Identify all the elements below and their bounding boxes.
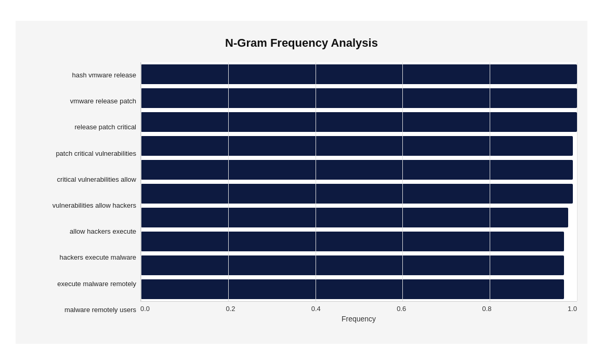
bar-row [141,158,577,182]
bar [141,208,568,227]
y-axis-label: patch critical vulnerabilities [26,140,136,166]
y-axis-label: vulnerabilities allow hackers [26,193,136,219]
bar-row [141,277,577,301]
x-axis-labels: 0.00.20.40.60.81.0 [140,302,577,313]
x-axis-label: 0.6 [397,305,406,313]
bars-and-xaxis: 0.00.20.40.60.81.0 Frequency [140,62,577,323]
bar-row [141,134,577,158]
y-axis-label: malware remotely users [26,296,136,322]
y-axis-label: allow hackers execute [26,219,136,245]
bar [141,136,573,156]
y-axis-label: critical vulnerabilities allow [26,166,136,192]
bar-row [141,206,577,230]
x-axis-label: 0.2 [226,305,235,313]
bar [141,112,577,132]
grid-line [577,62,578,301]
x-axis-label: 1.0 [568,305,577,313]
bar [141,232,564,251]
chart-title: N-Gram Frequency Analysis [26,36,577,50]
x-axis-label: 0.0 [140,305,150,313]
bar-row [141,182,577,206]
y-axis-label: release patch critical [26,114,136,140]
x-axis-title: Frequency [140,315,577,323]
y-axis-label: hash vmware release [26,62,136,88]
bar-row [141,62,577,86]
bars-area [140,62,577,302]
x-axis-label: 0.8 [482,305,492,313]
y-axis-label: hackers execute malware [26,245,136,271]
y-axis-label: execute malware remotely [26,271,136,296]
bar [141,184,573,204]
bar-row [141,110,577,134]
bar-row [141,230,577,253]
bar [141,64,577,84]
chart-container: N-Gram Frequency Analysis hash vmware re… [16,21,587,344]
bar [141,88,577,108]
bar-row [141,253,577,277]
bar [141,279,564,299]
bar [141,255,564,275]
x-axis-label: 0.4 [311,305,321,313]
y-axis-label: vmware release patch [26,88,136,114]
bar-row [141,86,577,110]
y-axis-labels: hash vmware releasevmware release patchr… [26,62,140,323]
chart-area: hash vmware releasevmware release patchr… [26,62,577,323]
bar [141,160,573,180]
